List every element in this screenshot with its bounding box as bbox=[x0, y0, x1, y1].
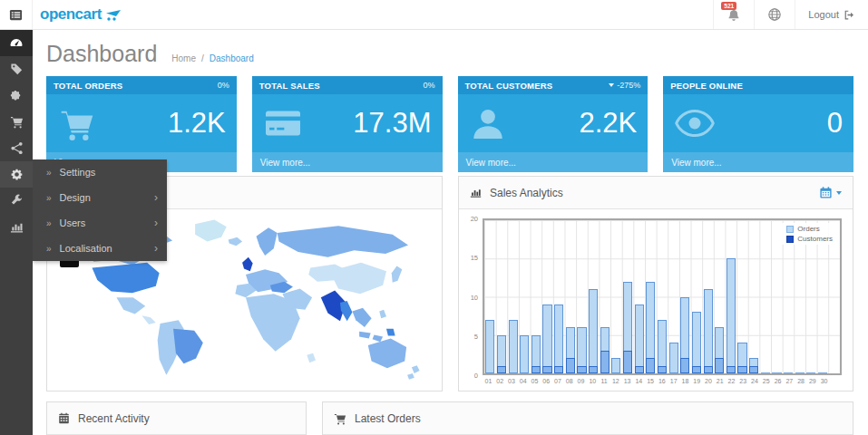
breadcrumb-separator: / bbox=[201, 53, 204, 63]
double-chevron-icon: » bbox=[46, 193, 52, 203]
top-header: opencart 521 Logout bbox=[0, 0, 868, 30]
sidebar-toggle-button[interactable] bbox=[0, 0, 33, 29]
submenu-item-settings[interactable]: » Settings bbox=[33, 160, 167, 185]
tile-delta: 0% bbox=[218, 81, 229, 90]
double-chevron-icon: » bbox=[46, 244, 52, 254]
logout-button[interactable]: Logout bbox=[795, 0, 868, 29]
shopping-cart-icon bbox=[334, 412, 346, 425]
dashboard-gauge-icon bbox=[9, 36, 24, 51]
chevron-right-icon: › bbox=[154, 242, 158, 255]
page-header: Dashboard Home / Dashboard bbox=[46, 35, 853, 76]
double-chevron-icon: » bbox=[46, 168, 52, 178]
calendar-icon bbox=[819, 186, 833, 199]
tile-total-customers: TOTAL CUSTOMERS -275% 2.2K View more... bbox=[458, 76, 649, 172]
view-more-link[interactable]: View more... bbox=[458, 152, 649, 172]
language-button[interactable] bbox=[754, 0, 795, 29]
calendar-icon bbox=[58, 412, 70, 424]
sales-cart-icon bbox=[10, 115, 24, 129]
sales-analytics-header: Sales Analytics bbox=[459, 177, 853, 209]
latest-orders-panel: Latest Orders bbox=[322, 401, 853, 435]
globe-icon bbox=[767, 7, 782, 22]
system-gear-icon bbox=[10, 168, 24, 181]
logout-label: Logout bbox=[808, 9, 839, 20]
sales-analytics-title: Sales Analytics bbox=[490, 187, 563, 199]
recent-activity-panel: Recent Activity bbox=[46, 401, 307, 435]
tile-label: TOTAL CUSTOMERS bbox=[465, 81, 553, 91]
tile-value: 17.3M bbox=[353, 107, 431, 140]
tile-label: PEOPLE ONLINE bbox=[670, 81, 743, 91]
view-more-link[interactable]: View more... bbox=[663, 152, 853, 172]
breadcrumb-current-link[interactable]: Dashboard bbox=[210, 53, 254, 63]
submenu-item-design[interactable]: » Design › bbox=[33, 185, 167, 210]
chevron-right-icon: › bbox=[154, 191, 158, 204]
sidebar-item-dashboard[interactable] bbox=[0, 30, 33, 56]
tile-people-online: PEOPLE ONLINE 0 View more... bbox=[663, 76, 853, 172]
stat-tiles-row: TOTAL ORDERS 0% 1.2K View more... TOTAL … bbox=[46, 76, 853, 172]
tile-label: TOTAL SALES bbox=[259, 81, 320, 91]
middle-panels-row: Sales Analytics 05101520 bbox=[46, 176, 853, 392]
sidebar-nav bbox=[0, 30, 33, 435]
legend-label-orders: Orders bbox=[797, 225, 819, 233]
shopping-cart-icon bbox=[57, 105, 97, 141]
tile-total-sales: TOTAL SALES 0% 17.3M View more... bbox=[252, 76, 443, 172]
tile-label: TOTAL ORDERS bbox=[54, 81, 122, 91]
breadcrumb: Home / Dashboard bbox=[171, 53, 253, 63]
sidebar-item-sales[interactable] bbox=[0, 109, 33, 135]
sidebar-item-extensions[interactable] bbox=[0, 82, 33, 109]
latest-orders-title: Latest Orders bbox=[355, 412, 421, 425]
logo-text: opencart bbox=[40, 5, 102, 24]
bottom-panels-row: Recent Activity Latest Orders bbox=[46, 401, 853, 435]
sidebar-item-tools[interactable] bbox=[0, 188, 33, 214]
breadcrumb-home-link[interactable]: Home bbox=[171, 53, 196, 63]
chart-x-axis: 0102030405060708091011121314151617181920… bbox=[483, 375, 842, 390]
header-spacer bbox=[122, 0, 714, 29]
bar-chart-icon bbox=[470, 187, 482, 198]
reports-bar-chart-icon bbox=[10, 220, 24, 234]
opencart-arrow-icon bbox=[104, 7, 122, 22]
double-chevron-icon: » bbox=[46, 218, 52, 228]
tile-delta: 0% bbox=[423, 81, 434, 90]
tile-delta: -275% bbox=[617, 81, 640, 90]
chevron-right-icon: › bbox=[154, 217, 158, 229]
chart-y-axis: 05101520 bbox=[464, 218, 483, 375]
legend-swatch-orders bbox=[786, 226, 794, 233]
view-more-link[interactable]: View more... bbox=[252, 152, 443, 172]
sidebar-item-catalog[interactable] bbox=[0, 56, 33, 82]
sidebar-item-system[interactable] bbox=[0, 161, 33, 188]
user-icon bbox=[469, 105, 507, 141]
tile-value: 0 bbox=[827, 107, 843, 140]
page-title: Dashboard bbox=[46, 41, 157, 67]
marketing-share-icon bbox=[10, 141, 24, 155]
system-submenu: » Settings » Design › » Users › » Locali… bbox=[33, 160, 167, 261]
submenu-item-users[interactable]: » Users › bbox=[33, 210, 167, 236]
sales-analytics-panel: Sales Analytics 05101520 bbox=[458, 176, 853, 392]
sign-out-icon bbox=[844, 9, 855, 21]
tools-wrench-icon bbox=[10, 194, 24, 208]
legend-label-customers: Customers bbox=[797, 235, 833, 243]
credit-card-icon bbox=[263, 106, 303, 140]
catalog-tag-icon bbox=[10, 63, 24, 76]
date-range-dropdown[interactable] bbox=[819, 186, 842, 199]
menu-list-icon bbox=[8, 8, 24, 22]
tile-value: 2.2K bbox=[579, 107, 637, 140]
submenu-item-localisation[interactable]: » Localisation › bbox=[33, 236, 167, 261]
alerts-button[interactable]: 521 bbox=[713, 0, 754, 29]
tile-value: 1.2K bbox=[168, 107, 226, 140]
sidebar-item-reports[interactable] bbox=[0, 214, 33, 240]
alerts-badge: 521 bbox=[721, 2, 736, 10]
eye-icon bbox=[674, 107, 716, 140]
legend-swatch-customers bbox=[786, 236, 794, 243]
caret-down-icon bbox=[836, 191, 842, 195]
sales-analytics-chart: 05101520 Orders Customers bbox=[459, 209, 853, 392]
sidebar-item-marketing[interactable] bbox=[0, 135, 33, 161]
caret-down-icon bbox=[609, 83, 614, 87]
chart-legend: Orders Customers bbox=[782, 223, 837, 245]
chart-plot-area: Orders Customers bbox=[483, 218, 842, 375]
opencart-logo[interactable]: opencart bbox=[33, 0, 122, 29]
tile-total-orders: TOTAL ORDERS 0% 1.2K View more... bbox=[46, 76, 237, 172]
recent-activity-title: Recent Activity bbox=[78, 412, 150, 425]
extensions-puzzle-icon bbox=[10, 89, 24, 102]
